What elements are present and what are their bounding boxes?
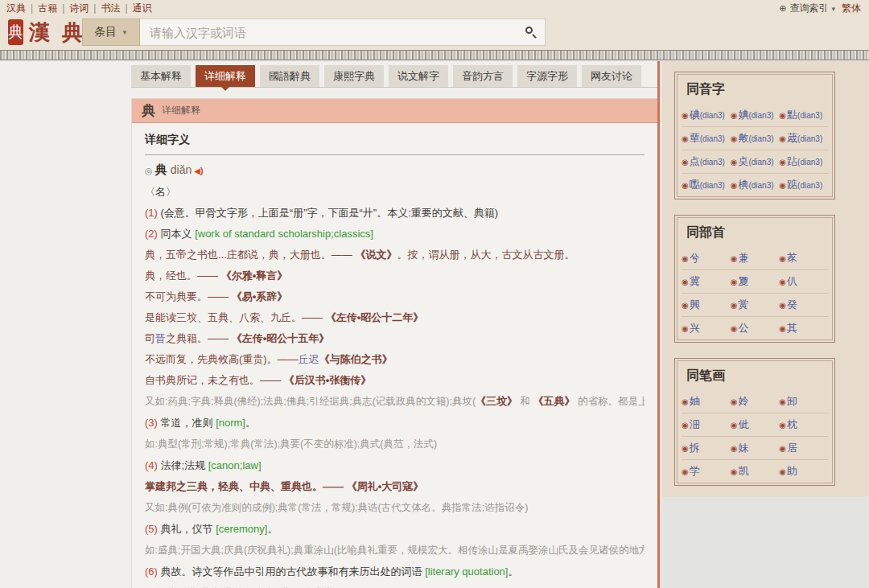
bullet-icon: ◉: [731, 181, 738, 190]
text-segment: ◎: [145, 166, 155, 175]
topbar-link[interactable]: 古籍: [26, 2, 57, 15]
char-text: 居: [787, 442, 797, 454]
topbar-link[interactable]: 诗词: [57, 2, 89, 15]
text-segment: 法律;法规: [161, 459, 208, 471]
char-link[interactable]: ◉公: [731, 320, 780, 335]
char-link[interactable]: ◉蕇(dian3): [682, 130, 731, 146]
char-link[interactable]: ◉拆: [682, 440, 731, 455]
tab-phonology-dialect[interactable]: 音韵方言: [453, 65, 513, 87]
query-index-menu[interactable]: 查询索引: [789, 2, 828, 15]
char-text: 冀: [690, 275, 700, 287]
topbar-link[interactable]: 通识: [120, 2, 151, 15]
char-link[interactable]: ◉冀: [682, 273, 731, 289]
char-link[interactable]: ◉嚸(dian3): [682, 177, 731, 192]
pinyin-suffix: (dian3): [797, 181, 822, 190]
char-link[interactable]: ◉碘(dian3): [682, 107, 731, 122]
search-input[interactable]: [140, 19, 546, 46]
char-link[interactable]: ◉跕(dian3): [779, 154, 828, 169]
tab-kangxi-dictionary[interactable]: 康熙字典: [324, 65, 384, 87]
char-link[interactable]: ◉㒸: [779, 250, 828, 265]
tab-detailed-explanation[interactable]: 详细解释: [196, 65, 255, 87]
bullet-icon: ◉: [682, 467, 689, 476]
char-text: 黉: [738, 298, 748, 310]
char-link[interactable]: ◉枕: [779, 417, 828, 432]
char-link[interactable]: ◉助: [779, 463, 828, 479]
char-link[interactable]: ◉癸: [779, 297, 828, 312]
char-link[interactable]: ◉兴: [682, 320, 731, 335]
char-text: 公: [738, 322, 748, 334]
char-text: 椣: [738, 179, 748, 191]
bullet-icon: ◉: [779, 278, 786, 286]
text-segment: 。: [508, 565, 518, 578]
char-link[interactable]: ◉敟(dian3): [731, 130, 780, 146]
char-text: 㒸: [787, 252, 797, 264]
bullet-icon: ◉: [731, 397, 738, 406]
char-link[interactable]: ◉学: [682, 463, 731, 479]
char-link[interactable]: ◉點(dian3): [779, 107, 828, 122]
text-segment: [194, 163, 203, 178]
char-link[interactable]: ◉仈: [779, 273, 828, 289]
bullet-icon: ◉: [682, 324, 689, 333]
text-segment: [work of standard scholarship;classics]: [195, 228, 373, 240]
char-link[interactable]: ◉椣(dian3): [731, 177, 780, 192]
pinyin-suffix: (dian3): [700, 181, 725, 190]
search-scope-select[interactable]: 条目 ▼: [82, 19, 140, 46]
search-icon[interactable]: [525, 27, 533, 34]
tab-basic-explanation[interactable]: 基本解释: [131, 65, 191, 87]
box-title-same-radical: 同部首: [686, 224, 828, 241]
site-header: 汉典古籍诗词书法通识 ⊕ 查询索引 ▾ 繁体 典 漢 典 条目 ▼: [0, 0, 869, 50]
char-link[interactable]: ◉妯: [682, 393, 731, 409]
char-link[interactable]: ◉夐: [731, 273, 780, 289]
tab-etymology-glyphs[interactable]: 字源字形: [517, 65, 577, 87]
char-link[interactable]: ◉佌: [731, 417, 780, 432]
bullet-icon: ◉: [779, 254, 786, 263]
char-link[interactable]: ◉卸: [779, 393, 828, 409]
definition-line: (3) 常道，准则 [norm]。: [145, 416, 645, 430]
char-link[interactable]: ◉兮: [682, 250, 731, 265]
char-link[interactable]: ◉其: [779, 320, 828, 335]
text-segment: 同本义: [161, 228, 196, 240]
char-link[interactable]: ◉踮(dian3): [779, 177, 828, 192]
char-link[interactable]: ◉姈: [731, 393, 780, 409]
char-text: 蕇: [690, 132, 700, 144]
top-bar: 汉典古籍诗词书法通识 ⊕ 查询索引 ▾ 繁体: [0, 0, 869, 14]
char-link[interactable]: ◉点(dian3): [682, 154, 731, 169]
bullet-icon: ◉: [682, 301, 689, 310]
char-link[interactable]: ◉蒧(dian3): [779, 130, 828, 146]
banner-label: 详细解释: [162, 104, 200, 117]
homophones-box: 同音字 ◉碘(dian3)◉婰(dian3)◉點(dian3) ◉蕇(dian3…: [674, 72, 835, 199]
char-link[interactable]: ◉興: [682, 297, 731, 312]
char-link[interactable]: ◉婰(dian3): [731, 107, 780, 122]
text-segment: (4): [145, 459, 161, 471]
char-text: 仈: [787, 275, 797, 287]
definition-line: 掌建邦之三典，轻典、中典、重典也。—— 《周礼•大司寇》: [145, 479, 645, 493]
tab-guoyu-dictionary[interactable]: 國語辭典: [260, 65, 319, 87]
topbar-link[interactable]: 汉典: [6, 2, 26, 15]
char-link[interactable]: ◉居: [779, 440, 828, 455]
bullet-icon: ◉: [779, 324, 786, 333]
char-link[interactable]: ◉妹: [731, 440, 780, 455]
char-link[interactable]: ◉凯: [731, 463, 780, 479]
tab-bar: 基本解释 详细解释 國語辭典 康熙字典 说文解字 音韵方言 字源字形 网友讨论: [131, 65, 657, 88]
card-banner: 典 详细解释: [132, 99, 657, 123]
tab-user-discussion[interactable]: 网友讨论: [582, 65, 641, 87]
text-segment: 。: [245, 417, 256, 429]
definition-line: (1) (会意。甲骨文字形，上面是“册”字，下面是“廾”。本义:重要的文献、典籍…: [145, 206, 645, 220]
char-link[interactable]: ◉黉: [731, 297, 780, 312]
char-row: ◉碘(dian3)◉婰(dian3)◉點(dian3): [682, 104, 828, 127]
char-row: ◉兮◉兼◉㒸: [682, 247, 828, 270]
char-text: 其: [787, 322, 797, 334]
text-segment[interactable]: 丘迟: [299, 353, 319, 365]
text-segment: 之典籍。——: [166, 332, 232, 344]
tab-shuowen[interactable]: 说文解字: [389, 65, 448, 87]
char-link[interactable]: ◉沺: [682, 417, 731, 432]
char-row: ◉沺◉佌◉枕: [682, 413, 828, 437]
char-link[interactable]: ◉奌(dian3): [731, 154, 780, 169]
text-segment: 常道，准则: [161, 417, 216, 429]
char-link[interactable]: ◉兼: [731, 250, 780, 265]
bullet-icon: ◉: [779, 467, 786, 476]
text-segment[interactable]: 晋: [155, 332, 166, 344]
logo[interactable]: 典 漢 典: [8, 19, 80, 47]
topbar-link[interactable]: 书法: [89, 2, 120, 15]
traditional-chinese-link[interactable]: 繁体: [842, 2, 861, 15]
